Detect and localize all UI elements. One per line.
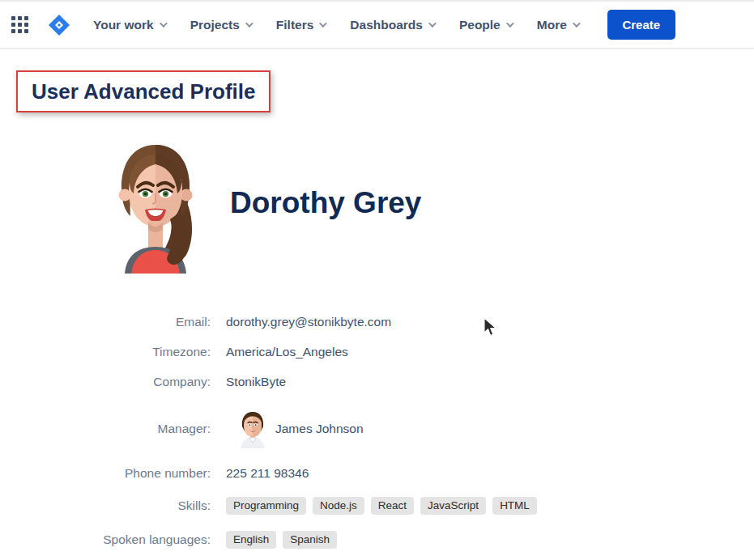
field-value: dorothy.grey@stonikbyte.com [226, 315, 391, 329]
field-label: Timezone: [0, 345, 211, 359]
language-badge: English [226, 531, 276, 549]
field-label: Manager: [0, 422, 211, 436]
chevron-down-icon [160, 19, 168, 28]
nav-item-your-work[interactable]: Your work [93, 18, 165, 32]
jira-logo-icon [47, 13, 71, 37]
field-row-timezone: Timezone: America/Los_Angeles [0, 345, 348, 359]
nav-item-projects[interactable]: Projects [190, 18, 251, 32]
create-button[interactable]: Create [607, 10, 675, 40]
nav-item-filters[interactable]: Filters [276, 18, 326, 32]
field-value: 225 211 98346 [226, 466, 309, 481]
page-title: User Advanced Profile [32, 79, 255, 104]
chevron-down-icon [319, 19, 327, 28]
skill-badge: JavaScript [420, 497, 486, 515]
nav-item-label: Filters [276, 18, 314, 32]
page-title-box: User Advanced Profile [16, 70, 271, 112]
nav-item-more[interactable]: More [537, 18, 578, 32]
nav-item-label: Your work [93, 18, 154, 32]
field-row-languages: Spoken languages: English Spanish [0, 531, 337, 549]
nav-item-label: People [459, 18, 501, 32]
field-value: James Johnson [275, 422, 364, 436]
field-value: StonikByte [226, 375, 286, 389]
nav-menu: Your work Projects Filters Dashboards Pe… [93, 18, 578, 32]
top-nav: Your work Projects Filters Dashboards Pe… [0, 2, 754, 49]
chevron-down-icon [506, 19, 514, 28]
nav-item-label: Projects [190, 18, 240, 32]
field-row-email: Email: dorothy.grey@stonikbyte.com [0, 315, 391, 329]
field-label: Phone number: [0, 466, 211, 481]
skills-badges: Programming Node.js React JavaScript HTM… [226, 497, 537, 515]
user-avatar [113, 142, 198, 274]
skill-badge: Node.js [313, 497, 364, 515]
user-name: Dorothy Grey [230, 186, 421, 220]
field-label: Company: [0, 375, 211, 389]
nav-item-dashboards[interactable]: Dashboards [350, 18, 434, 32]
field-label: Spoken languages: [0, 532, 211, 547]
app-switcher-button[interactable] [8, 13, 32, 37]
nav-item-label: More [537, 18, 567, 32]
jira-logo[interactable] [47, 13, 71, 37]
language-badge: Spanish [283, 531, 337, 549]
nav-item-people[interactable]: People [459, 18, 512, 32]
language-badges: English Spanish [226, 531, 337, 549]
nav-item-label: Dashboards [350, 18, 423, 32]
chevron-down-icon [573, 19, 581, 28]
chevron-down-icon [245, 19, 253, 28]
field-label: Skills: [0, 498, 211, 513]
field-row-phone: Phone number: 225 211 98346 [0, 466, 309, 481]
field-label: Email: [0, 315, 211, 329]
field-row-company: Company: StonikByte [0, 375, 286, 389]
skill-badge: React [371, 497, 414, 515]
mouse-cursor-icon [483, 317, 498, 337]
field-row-manager: Manager: James Johnson [0, 409, 364, 448]
manager-avatar [238, 410, 267, 448]
field-row-skills: Skills: Programming Node.js React JavaSc… [0, 497, 537, 515]
skill-badge: Programming [226, 497, 306, 515]
field-value: America/Los_Angeles [226, 345, 348, 359]
chevron-down-icon [428, 19, 437, 28]
skill-badge: HTML [492, 497, 537, 515]
app-grid-icon [11, 16, 29, 34]
